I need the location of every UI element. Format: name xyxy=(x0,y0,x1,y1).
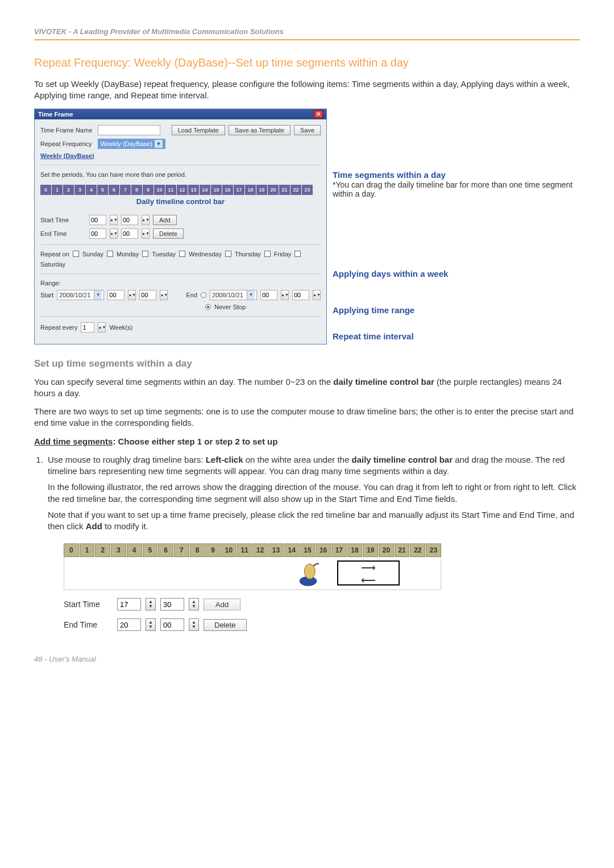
repeat-frequency-label: Repeat Frequency xyxy=(40,140,94,147)
day-checkbox[interactable] xyxy=(225,251,231,257)
bold-text: daily timeline control bar xyxy=(333,377,434,387)
repeat-on-label: Repeat on xyxy=(40,251,69,258)
divider xyxy=(40,273,321,274)
day-label: Thursday xyxy=(235,251,261,258)
hour-cell: 15 xyxy=(300,543,316,557)
start-hour-input[interactable] xyxy=(117,598,141,610)
section-heading: Set up time segments within a day xyxy=(34,358,580,369)
day-checkbox[interactable] xyxy=(294,251,301,257)
day-label: Saturday xyxy=(40,261,65,268)
divider xyxy=(40,244,321,245)
spinner-icon[interactable]: ▲▼ xyxy=(146,598,156,610)
hour-cell: 4 xyxy=(86,185,97,195)
chevron-down-icon: ▼ xyxy=(94,290,102,300)
annot-time-segments: Time segments within a day xyxy=(333,170,580,180)
mouse-drag-icon xyxy=(297,560,319,588)
hour-cell: 12 xyxy=(252,543,268,557)
end-date-radio[interactable] xyxy=(201,292,206,298)
page-title: Repeat Frequency: Weekly (DayBase)--Set … xyxy=(34,56,580,69)
never-stop-radio[interactable] xyxy=(205,304,211,310)
delete-button[interactable]: Delete xyxy=(153,229,184,239)
end-minute-input[interactable] xyxy=(121,229,138,239)
add-button[interactable]: Add xyxy=(153,215,177,225)
hour-cell: 1 xyxy=(80,543,95,557)
spinner-icon[interactable]: ▲▼ xyxy=(281,290,289,300)
delete-button[interactable]: Delete xyxy=(204,619,247,631)
hour-cell: 8 xyxy=(190,543,205,557)
hour-cell: 19 xyxy=(256,185,267,195)
start-time-label: Start Time xyxy=(64,600,113,609)
repeat-frequency-value: Weekly (DayBase) xyxy=(101,140,152,147)
spinner-icon[interactable]: ▲▼ xyxy=(189,598,199,610)
start-minute-input[interactable] xyxy=(160,598,184,610)
dialog-title: Time Frame xyxy=(38,111,73,118)
timeline-track[interactable]: ⟶ ⟵ xyxy=(64,557,441,590)
end-minute-input[interactable] xyxy=(160,618,184,631)
spinner-icon[interactable]: ▲▼ xyxy=(110,229,118,239)
range-start-hour[interactable] xyxy=(107,290,125,300)
repeat-every-input[interactable] xyxy=(81,322,94,333)
end-hour-input[interactable] xyxy=(89,229,106,239)
hour-cell: 4 xyxy=(127,543,142,557)
hour-cell: 21 xyxy=(279,185,290,195)
hour-cell: 12 xyxy=(177,185,188,195)
hour-cell: 6 xyxy=(109,185,119,195)
spinner-icon[interactable]: ▲▼ xyxy=(313,290,321,300)
intro-paragraph: To set up Weekly (DayBase) repeat freque… xyxy=(34,78,580,102)
timeline-caption: Daily timeline control bar xyxy=(40,197,321,206)
text: Use mouse to roughly drag timeline bars: xyxy=(48,455,206,464)
bold-text: : Choose either step 1 or step 2 to set … xyxy=(113,437,277,446)
start-time-label: Start Time xyxy=(40,217,86,223)
hour-cell: 10 xyxy=(154,185,165,195)
dialog-titlebar: Time Frame ✕ xyxy=(35,109,326,119)
drag-direction-arrows: ⟶ ⟵ xyxy=(337,560,400,585)
hour-cell: 13 xyxy=(188,185,199,195)
start-minute-input[interactable] xyxy=(121,215,138,225)
bold-text: daily timeline control bar xyxy=(351,455,453,464)
arrow-left-icon: ⟵ xyxy=(361,574,376,587)
hour-cell: 14 xyxy=(200,185,210,195)
spinner-icon[interactable]: ▲▼ xyxy=(160,290,168,300)
start-hour-input[interactable] xyxy=(89,215,106,225)
close-icon[interactable]: ✕ xyxy=(314,110,323,118)
page-footer: 48 - User's Manual xyxy=(34,655,580,663)
spinner-icon[interactable]: ▲▼ xyxy=(189,618,199,631)
end-hour-input[interactable] xyxy=(117,618,141,631)
time-frame-dialog: Time Frame ✕ Time Frame Name Load Templa… xyxy=(34,109,327,344)
end-time-label: End Time xyxy=(40,230,86,237)
spinner-icon[interactable]: ▲▼ xyxy=(98,322,106,333)
time-frame-name-label: Time Frame Name xyxy=(40,127,94,134)
range-start-min[interactable] xyxy=(139,290,156,300)
range-end-min[interactable] xyxy=(292,290,309,300)
spinner-icon[interactable]: ▲▼ xyxy=(142,215,150,225)
time-frame-name-input[interactable] xyxy=(98,125,160,135)
day-checkbox[interactable] xyxy=(142,251,148,257)
save-button[interactable]: Save xyxy=(294,125,321,135)
end-date-select[interactable]: 2008/10/21 ▼ xyxy=(210,290,257,300)
spinner-icon[interactable]: ▲▼ xyxy=(110,215,118,225)
start-date-select[interactable]: 2008/10/21 ▼ xyxy=(57,290,104,300)
timeline-illustration: 0 1 2 3 4 5 6 7 8 9 10 11 12 13 14 15 16… xyxy=(59,539,446,636)
day-checkbox[interactable] xyxy=(179,251,185,257)
day-checkbox[interactable] xyxy=(73,251,79,257)
hour-cell: 17 xyxy=(234,185,244,195)
save-as-template-button[interactable]: Save as Template xyxy=(229,125,291,135)
day-checkbox[interactable] xyxy=(264,251,271,257)
end-time-label: End Time xyxy=(64,620,113,629)
repeat-every-label: Repeat every xyxy=(40,324,77,331)
hour-cell: 0 xyxy=(40,185,51,195)
spinner-icon[interactable]: ▲▼ xyxy=(142,229,150,239)
spinner-icon[interactable]: ▲▼ xyxy=(146,618,156,631)
hour-cell: 21 xyxy=(395,543,410,557)
step-subparagraph: In the following illustrator, the red ar… xyxy=(48,481,580,505)
load-template-button[interactable]: Load Template xyxy=(172,125,225,135)
weekly-daybase-link[interactable]: Weekly (DayBase) xyxy=(40,152,321,159)
day-checkbox[interactable] xyxy=(107,251,113,257)
hour-cell: 11 xyxy=(237,543,252,557)
spinner-icon[interactable]: ▲▼ xyxy=(128,290,136,300)
repeat-frequency-select[interactable]: Weekly (DayBase) ▼ xyxy=(98,139,165,149)
add-button[interactable]: Add xyxy=(204,599,240,610)
range-start-label: Start xyxy=(40,292,53,298)
hour-cell: 15 xyxy=(211,185,222,195)
range-end-hour[interactable] xyxy=(260,290,277,300)
